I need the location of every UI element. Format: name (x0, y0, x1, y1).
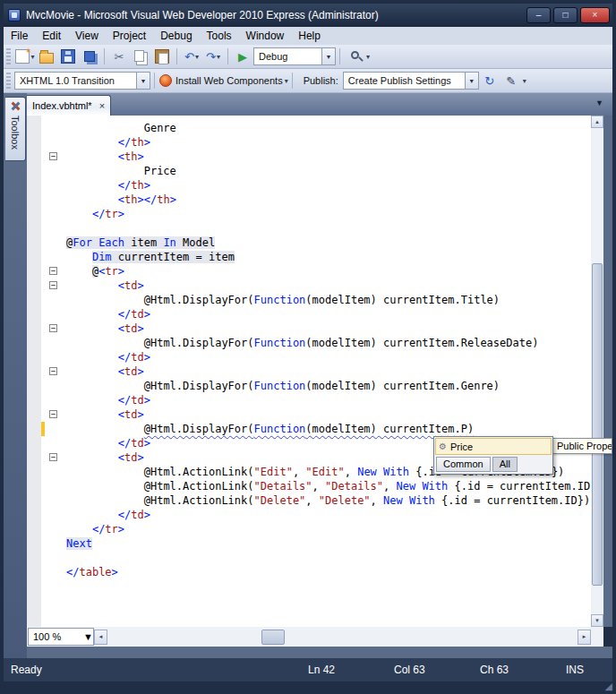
toolbar-grip[interactable] (6, 73, 11, 89)
fold-collapse-icon[interactable]: − (49, 281, 57, 289)
code-line[interactable]: Next (27, 536, 591, 551)
web-components-icon (159, 74, 172, 87)
tab-close-icon[interactable]: × (99, 101, 105, 111)
open-file-button[interactable] (37, 47, 56, 66)
toolbar-overflow-icon[interactable]: ▾ (366, 53, 370, 61)
undo-dropdown-icon[interactable]: ▾ (195, 53, 199, 61)
fold-collapse-icon[interactable]: − (49, 367, 57, 375)
code-line[interactable]: − @<tr> (27, 264, 591, 278)
menu-debug[interactable]: Debug (153, 27, 199, 45)
code-line[interactable]: </tr> (27, 207, 591, 221)
code-line[interactable]: </td> (27, 350, 591, 364)
horizontal-scrollbar[interactable] (107, 630, 578, 645)
intellisense-tab-all[interactable]: All (492, 457, 518, 472)
solution-configurations-combo[interactable]: Debug ▼ (253, 47, 336, 65)
open-folder-icon (39, 53, 54, 64)
scroll-up-icon[interactable]: ▲ (591, 116, 603, 128)
code-line[interactable]: </tr> (27, 522, 591, 536)
toolbox-tab[interactable]: Toolbox (5, 97, 26, 161)
menu-window[interactable]: Window (239, 27, 292, 45)
menu-project[interactable]: Project (106, 27, 153, 45)
fold-collapse-icon[interactable]: − (49, 324, 57, 332)
minimize-button[interactable]: – (526, 7, 551, 23)
combo-arrow-icon[interactable]: ▼ (136, 73, 150, 89)
cut-button[interactable]: ✂ (109, 47, 129, 66)
redo-button[interactable]: ↷▾ (203, 47, 223, 66)
code-line[interactable]: </td> (27, 393, 591, 407)
save-button[interactable] (58, 47, 78, 66)
combo-arrow-icon[interactable]: ▼ (321, 48, 335, 64)
menu-help[interactable]: Help (291, 27, 328, 45)
code-line[interactable]: − <td> (27, 278, 591, 293)
maximize-button[interactable]: □ (553, 7, 578, 23)
code-line[interactable]: @Html.DisplayFor(Function(modelItem) cur… (27, 293, 591, 307)
toolbar-overflow-icon[interactable]: ▾ (523, 77, 526, 85)
menu-file[interactable]: File (4, 27, 35, 45)
scroll-left-icon[interactable]: ◄ (94, 630, 107, 645)
code-line[interactable] (27, 221, 591, 236)
fold-collapse-icon[interactable]: − (49, 267, 57, 275)
zoom-combo[interactable]: 100 % ▼ (28, 628, 94, 646)
toolbar-separator (104, 48, 105, 64)
fold-collapse-icon[interactable]: − (49, 453, 57, 461)
scroll-right-icon[interactable]: ► (578, 630, 591, 645)
publish-settings-combo[interactable]: Create Publish Settings ▼ (343, 72, 479, 90)
code-line[interactable]: </td> (27, 508, 591, 522)
schema-validation-combo[interactable]: XHTML 1.0 Transition ▼ (14, 72, 150, 90)
menu-edit[interactable]: Edit (35, 27, 68, 45)
intellisense-item-label: Price (450, 441, 473, 452)
menu-view[interactable]: View (68, 27, 106, 45)
code-lines[interactable]: Genre </th>− <th> Price </th> <th></th> … (27, 116, 591, 627)
code-line[interactable]: @Html.ActionLink("Details", "Details", N… (27, 479, 591, 493)
toolbar-grip[interactable] (6, 48, 11, 64)
new-item-button[interactable]: ▾ (15, 47, 35, 66)
redo-dropdown-icon[interactable]: ▾ (217, 53, 220, 61)
paste-button[interactable] (152, 47, 172, 66)
magnifier-icon (351, 51, 359, 59)
code-line[interactable]: @For Each item In Model (27, 236, 591, 250)
menu-tools[interactable]: Tools (200, 27, 239, 45)
code-line[interactable]: Dim currentItem = item (27, 250, 591, 264)
combo-arrow-icon[interactable]: ▼ (465, 73, 478, 89)
copy-button[interactable] (131, 47, 150, 66)
code-line[interactable]: − <td> (27, 407, 591, 422)
close-button[interactable]: × (580, 7, 610, 23)
code-line[interactable]: @Html.ActionLink("Delete", "Delete", New… (27, 493, 591, 508)
scroll-down-icon[interactable]: ▼ (591, 614, 603, 627)
code-editor[interactable]: Genre </th>− <th> Price </th> <th></th> … (27, 116, 612, 627)
intellisense-item-price[interactable]: ⚙ Price (435, 438, 552, 455)
document-list-dropdown-icon[interactable]: ▼ (595, 99, 603, 107)
tab-index-vbhtml[interactable]: Index.vbhtml* × (23, 95, 111, 116)
code-line[interactable]: </th> (27, 135, 591, 150)
code-line[interactable]: </table> (27, 565, 591, 579)
publish-button[interactable]: ↻ (480, 71, 500, 90)
start-debugging-button[interactable]: ▶ (233, 47, 252, 66)
fold-collapse-icon[interactable]: − (49, 410, 57, 418)
code-line[interactable]: − <th> (27, 150, 591, 164)
intellisense-tab-common[interactable]: Common (436, 457, 491, 472)
resize-grip-icon[interactable]: ◢ (605, 681, 612, 692)
find-button[interactable] (345, 47, 364, 66)
code-line[interactable]: </td> (27, 307, 591, 321)
fold-collapse-icon[interactable]: − (49, 152, 57, 160)
code-line[interactable]: − <td> (27, 364, 591, 379)
edit-publish-settings-button[interactable]: ✎ (501, 71, 521, 90)
install-web-components-button[interactable]: Install Web Components (159, 71, 283, 90)
code-line[interactable]: @Html.DisplayFor(Function(modelItem) cur… (27, 379, 591, 393)
code-line[interactable]: <th></th> (27, 193, 591, 207)
undo-button[interactable]: ↶▾ (182, 47, 201, 66)
intellisense-popup: ⚙ Price Common All (433, 436, 553, 475)
code-line[interactable] (27, 551, 591, 565)
code-line[interactable]: @Html.DisplayFor(Function(modelItem) cur… (27, 422, 591, 436)
vertical-scrollbar[interactable]: ▲ ▼ (591, 116, 603, 627)
vertical-scrollbar-thumb[interactable] (592, 263, 603, 586)
code-line[interactable]: @Html.DisplayFor(Function(modelItem) cur… (27, 336, 591, 350)
code-line[interactable]: − <td> (27, 321, 591, 336)
save-all-button[interactable] (80, 47, 99, 66)
horizontal-scrollbar-thumb[interactable] (261, 630, 285, 645)
code-line[interactable]: </th> (27, 178, 591, 193)
toolbar-overflow-icon[interactable]: ▾ (285, 77, 288, 85)
code-line[interactable]: Genre (27, 121, 591, 135)
code-line[interactable]: Price (27, 164, 591, 178)
combo-arrow-icon[interactable]: ▼ (83, 631, 93, 642)
